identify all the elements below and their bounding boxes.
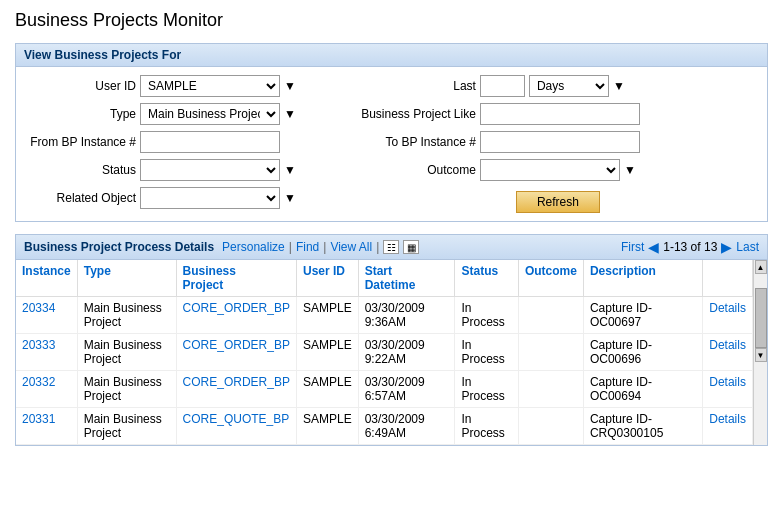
bp-link[interactable]: CORE_ORDER_BP [183, 301, 290, 315]
from-bp-label: From BP Instance # [26, 135, 136, 149]
bp-link[interactable]: CORE_QUOTE_BP [183, 412, 290, 426]
filter-section: View Business Projects For User ID SAMPL… [15, 43, 768, 222]
cell-action: Details [703, 297, 753, 334]
cell-status: In Process [455, 297, 518, 334]
instance-link[interactable]: 20334 [22, 301, 55, 315]
nav-count: 1-13 of 13 [663, 240, 717, 254]
cell-action: Details [703, 334, 753, 371]
find-link[interactable]: Find [296, 240, 319, 254]
days-select[interactable]: Days Hours Weeks [529, 75, 609, 97]
related-object-select[interactable] [140, 187, 280, 209]
from-bp-input[interactable] [140, 131, 280, 153]
cell-userid: SAMPLE [296, 371, 358, 408]
cell-status: In Process [455, 334, 518, 371]
userid-label: User ID [26, 79, 136, 93]
scrollbar[interactable]: ▲ ▼ [753, 260, 767, 445]
cell-status: In Process [455, 408, 518, 445]
cell-description: Capture ID-CRQ0300105 [583, 408, 702, 445]
related-object-dropdown-icon[interactable]: ▼ [284, 191, 296, 205]
table-section: Business Project Process Details Persona… [15, 234, 768, 446]
bp-link[interactable]: CORE_ORDER_BP [183, 338, 290, 352]
cell-type: Main Business Project [77, 371, 176, 408]
col-instance: Instance [16, 260, 77, 297]
page-title: Business Projects Monitor [15, 10, 768, 31]
details-link[interactable]: Details [709, 375, 746, 389]
first-link[interactable]: First [621, 240, 644, 254]
cell-start-dt: 03/30/2009 9:36AM [358, 297, 455, 334]
userid-dropdown-icon[interactable]: ▼ [284, 79, 296, 93]
cell-bp: CORE_ORDER_BP [176, 297, 296, 334]
table-title: Business Project Process Details [24, 240, 214, 254]
cell-status: In Process [455, 371, 518, 408]
nav-area: First ◀ 1-13 of 13 ▶ Last [621, 239, 759, 255]
scroll-up[interactable]: ▲ [755, 260, 767, 274]
type-select[interactable]: Main Business Project All Types [140, 103, 280, 125]
scroll-down[interactable]: ▼ [755, 348, 767, 362]
status-select[interactable]: Active Inactive [140, 159, 280, 181]
cell-instance: 20332 [16, 371, 77, 408]
scroll-thumb[interactable] [755, 288, 767, 348]
cell-instance: 20333 [16, 334, 77, 371]
col-action [703, 260, 753, 297]
outcome-label: Outcome [346, 163, 476, 177]
outcome-select[interactable]: Success Failure [480, 159, 620, 181]
cell-outcome [518, 334, 583, 371]
last-link[interactable]: Last [736, 240, 759, 254]
next-arrow[interactable]: ▶ [721, 239, 732, 255]
sep2: | [323, 240, 326, 254]
view-all-link[interactable]: View All [330, 240, 372, 254]
prev-arrow[interactable]: ◀ [648, 239, 659, 255]
cell-bp: CORE_ORDER_BP [176, 334, 296, 371]
col-type: Type [77, 260, 176, 297]
cell-start-dt: 03/30/2009 6:49AM [358, 408, 455, 445]
instance-link[interactable]: 20332 [22, 375, 55, 389]
days-dropdown-icon[interactable]: ▼ [613, 79, 625, 93]
table-row: 20331 Main Business Project CORE_QUOTE_B… [16, 408, 753, 445]
related-object-label: Related Object [26, 191, 136, 205]
details-link[interactable]: Details [709, 301, 746, 315]
cell-type: Main Business Project [77, 334, 176, 371]
details-link[interactable]: Details [709, 338, 746, 352]
cell-type: Main Business Project [77, 297, 176, 334]
cell-outcome [518, 297, 583, 334]
type-dropdown-icon[interactable]: ▼ [284, 107, 296, 121]
instance-link[interactable]: 20333 [22, 338, 55, 352]
table-content: Instance Type BusinessProject User ID St… [16, 260, 753, 445]
cell-bp: CORE_QUOTE_BP [176, 408, 296, 445]
table-row: 20334 Main Business Project CORE_ORDER_B… [16, 297, 753, 334]
last-input[interactable] [480, 75, 525, 97]
status-label: Status [26, 163, 136, 177]
cell-outcome [518, 408, 583, 445]
col-start-dt: StartDatetime [358, 260, 455, 297]
to-bp-label: To BP Instance # [346, 135, 476, 149]
instance-link[interactable]: 20331 [22, 412, 55, 426]
details-link[interactable]: Details [709, 412, 746, 426]
bp-link[interactable]: CORE_ORDER_BP [183, 375, 290, 389]
col-userid: User ID [296, 260, 358, 297]
cell-description: Capture ID-OC00696 [583, 334, 702, 371]
cell-action: Details [703, 408, 753, 445]
status-dropdown-icon[interactable]: ▼ [284, 163, 296, 177]
cell-outcome [518, 371, 583, 408]
personalize-link[interactable]: Personalize [222, 240, 285, 254]
refresh-button[interactable]: Refresh [516, 191, 600, 213]
outcome-dropdown-icon[interactable]: ▼ [624, 163, 636, 177]
cell-bp: CORE_ORDER_BP [176, 371, 296, 408]
cell-type: Main Business Project [77, 408, 176, 445]
table-row: 20333 Main Business Project CORE_ORDER_B… [16, 334, 753, 371]
col-outcome: Outcome [518, 260, 583, 297]
sep1: | [289, 240, 292, 254]
last-label: Last [346, 79, 476, 93]
chart-icon[interactable]: ▦ [403, 240, 419, 254]
table-row: 20332 Main Business Project CORE_ORDER_B… [16, 371, 753, 408]
userid-select[interactable]: SAMPLE [140, 75, 280, 97]
bp-like-input[interactable] [480, 103, 640, 125]
to-bp-input[interactable] [480, 131, 640, 153]
table-header-bar: Business Project Process Details Persona… [16, 235, 767, 260]
data-table: Instance Type BusinessProject User ID St… [16, 260, 753, 445]
grid-icon[interactable]: ☷ [383, 240, 399, 254]
cell-start-dt: 03/30/2009 6:57AM [358, 371, 455, 408]
cell-description: Capture ID-OC00697 [583, 297, 702, 334]
col-description: Description [583, 260, 702, 297]
cell-userid: SAMPLE [296, 408, 358, 445]
